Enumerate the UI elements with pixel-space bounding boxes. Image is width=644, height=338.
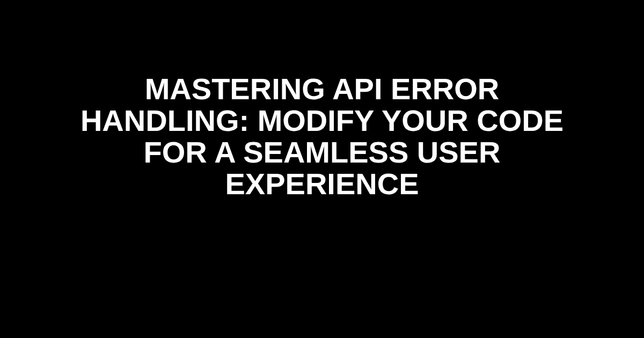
page-title: Mastering API Error Handling: Modify You…	[43, 74, 601, 200]
